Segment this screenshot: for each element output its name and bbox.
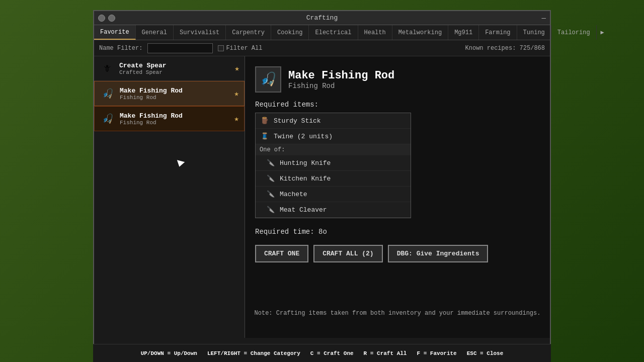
machete-label: Machete [280,191,307,198]
hotkey-updown-desc: = Up/Down [168,350,197,356]
detail-panel: 🎣 Make Fishing Rod Fishing Rod Required … [245,56,550,338]
meat-cleaver-icon: 🔪 [266,205,276,215]
required-time: Required time: 8o [255,228,540,236]
window-minimize-icon[interactable]: — [542,14,546,22]
detail-title: Make Fishing Rod [288,69,394,82]
tab-health[interactable]: Health [358,25,392,40]
ingredient-stone-knife: 🔪 Stone Knife [256,218,411,218]
ingredient-twine: 🧵 Twine (2 units) [256,129,411,144]
create-spear-star[interactable]: ★ [234,63,239,73]
hotkey-leftright-desc: = Change Category [244,350,300,356]
ingredient-sturdy-stick: 🪵 Sturdy Stick [256,113,411,129]
main-content: 🗡 Create Spear Crafted Spear ★ 🎣 Make Fi… [94,56,550,338]
fishing-rod-2-subname: Fishing Rod [120,120,183,126]
kitchen-knife-icon: 🔪 [266,173,276,184]
fishing-rod-1-name: Make Fishing Rod [120,87,183,95]
detail-header: 🎣 Make Fishing Rod Fishing Rod [255,66,540,93]
hotkey-updown: UP/DOWN = Up/Down [141,350,197,356]
meat-cleaver-label: Meat Cleaver [280,206,327,214]
crafting-window: Crafting — Favorite General Survivalist … [93,10,551,357]
hotkey-c-desc: = Craft One [317,350,354,356]
required-items-label: Required items: [255,101,540,109]
ingredient-hunting-knife: 🔪 Hunting Knife [256,155,411,171]
tab-more-button[interactable]: ▶ [597,25,608,40]
tab-bar: Favorite General Survivalist Carpentry C… [94,25,550,40]
hotkey-f-key: F [417,350,420,356]
tab-tailoring[interactable]: Tailoring [551,25,597,40]
hotkey-bar: UP/DOWN = Up/Down LEFT/RIGHT = Change Ca… [93,344,551,362]
recipe-item-fishing-rod-2[interactable]: 🎣 Make Fishing Rod Fishing Rod ★ [94,106,245,131]
name-filter-input[interactable] [147,43,213,53]
tab-mg911[interactable]: Mg911 [448,25,479,40]
sturdy-stick-icon: 🪵 [260,116,270,126]
hotkey-esc: ESC = Close [467,350,504,356]
recipe-item-create-spear[interactable]: 🗡 Create Spear Crafted Spear ★ [94,56,245,81]
tab-tuning[interactable]: Tuning [517,25,551,40]
ingredient-machete: 🔪 Machete [256,187,411,202]
machete-icon: 🔪 [266,189,276,199]
hotkey-f: F = Favorite [417,350,456,356]
dbg-give-ingredients-button[interactable]: DBG: Give Ingredients [388,245,489,262]
hotkey-r: R = Craft All [364,350,407,356]
hotkey-esc-key: ESC [467,350,477,356]
fishing-rod-1-subname: Fishing Rod [120,95,183,101]
tab-farming[interactable]: Farming [479,25,517,40]
fishing-rod-2-star[interactable]: ★ [234,114,239,124]
kitchen-knife-label: Kitchen Knife [280,175,331,183]
hotkey-r-desc: = Craft All [370,350,407,356]
filter-bar: Name Filter: Filter All Known recipes: 7… [94,40,550,56]
hotkey-c-key: C [310,350,314,356]
hunting-knife-icon: 🔪 [266,158,276,168]
hunting-knife-label: Hunting Knife [280,159,331,167]
known-recipes-count: Known recipes: 725/868 [465,45,545,52]
one-of-label: One of: [256,144,411,155]
fishing-rod-2-icon: 🎣 [100,111,116,127]
fishing-rod-1-star[interactable]: ★ [234,88,239,99]
fishing-rod-1-icon: 🎣 [100,85,116,102]
filter-label: Name Filter: [99,45,142,52]
filter-all-label: Filter All [226,45,262,52]
tab-survivalist[interactable]: Survivalist [174,25,226,40]
craft-one-button[interactable]: CRAFT ONE [255,245,308,262]
ingredient-meat-cleaver: 🔪 Meat Cleaver [256,202,411,218]
filter-all-checkbox[interactable] [218,45,224,51]
hotkey-leftright: LEFT/RIGHT = Change Category [207,350,300,356]
craft-buttons: CRAFT ONE CRAFT ALL (2) DBG: Give Ingred… [255,245,540,262]
crafting-note: Note: Crafting items taken from both inv… [245,307,550,320]
fishing-rod-2-name: Make Fishing Rod [120,112,183,120]
hotkey-leftright-key: LEFT/RIGHT [207,350,240,356]
create-spear-icon: 🗡 [99,60,115,76]
title-bar-controls [98,15,115,22]
create-spear-subname: Crafted Spear [119,69,167,75]
tab-general[interactable]: General [136,25,174,40]
tab-carpentry[interactable]: Carpentry [226,25,271,40]
create-spear-name: Create Spear [119,62,167,69]
hotkey-r-key: R [364,350,367,356]
close-button[interactable] [98,15,105,22]
detail-subtitle: Fishing Rod [288,82,394,90]
title-bar: Crafting — [94,11,550,25]
hotkey-c: C = Craft One [310,350,354,356]
window-title: Crafting [306,14,338,22]
recipe-item-fishing-rod-1[interactable]: 🎣 Make Fishing Rod Fishing Rod ★ [94,81,245,106]
tab-cooking[interactable]: Cooking [271,25,309,40]
hotkey-esc-desc: = Close [480,350,503,356]
tab-favorite[interactable]: Favorite [94,25,136,40]
ingredients-list: 🪵 Sturdy Stick 🧵 Twine (2 units) One of:… [255,113,411,218]
hotkey-updown-key: UP/DOWN [141,350,164,356]
tab-electrical[interactable]: Electrical [309,25,358,40]
recipe-list: 🗡 Create Spear Crafted Spear ★ 🎣 Make Fi… [94,56,245,338]
twine-label: Twine (2 units) [274,133,333,140]
sturdy-stick-label: Sturdy Stick [274,117,321,125]
hotkey-f-desc: = Favorite [424,350,457,356]
tab-metalworking[interactable]: Metalworking [392,25,448,40]
craft-all-button[interactable]: CRAFT ALL (2) [313,245,382,262]
filter-all-area: Filter All [218,45,262,52]
ingredient-kitchen-knife: 🔪 Kitchen Knife [256,171,411,187]
twine-icon: 🧵 [260,131,270,141]
detail-recipe-icon: 🎣 [255,66,281,93]
minimize-button[interactable] [108,15,115,22]
